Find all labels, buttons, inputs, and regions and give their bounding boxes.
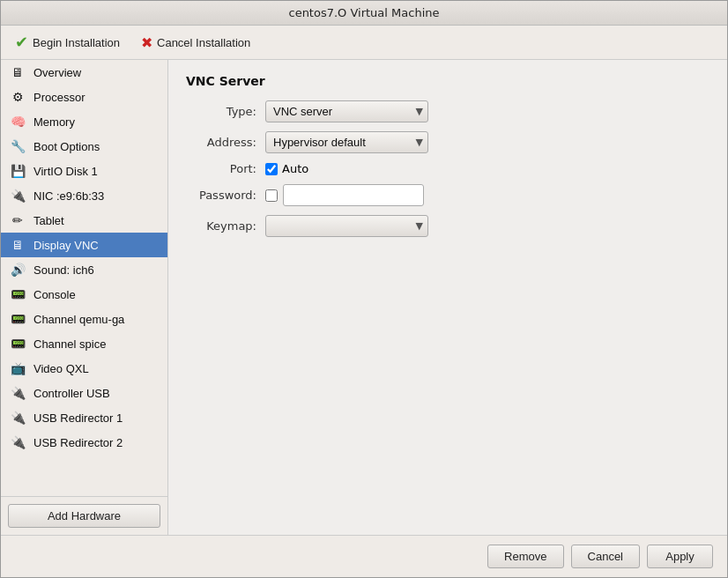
sidebar-icon-sound: 🔊 <box>8 262 27 278</box>
keymap-control: en-usdefrja ▼ <box>265 215 428 237</box>
toolbar: ✔ Begin Installation ✖ Cancel Installati… <box>1 26 727 60</box>
sidebar-icon-memory: 🧠 <box>8 114 27 130</box>
port-auto-checkbox[interactable] <box>265 163 278 175</box>
type-select-wrapper: VNC serverSpice server ▼ <box>265 100 428 122</box>
sidebar-label-overview: Overview <box>33 66 81 79</box>
begin-label: Begin Installation <box>33 36 120 49</box>
apply-button[interactable]: Apply <box>647 545 713 568</box>
sidebar-item-usb-redirector-1[interactable]: 🔌USB Redirector 1 <box>1 405 167 430</box>
sidebar-label-channel-spice: Channel spice <box>33 337 106 351</box>
sidebar-icon-console: 📟 <box>8 286 27 302</box>
sidebar-item-boot-options[interactable]: 🔧Boot Options <box>1 134 167 159</box>
password-row: Password: <box>186 184 709 206</box>
sidebar-item-console[interactable]: 📟Console <box>1 282 167 307</box>
sidebar-label-tablet: Tablet <box>33 214 64 227</box>
sidebar-icon-channel-spice: 📟 <box>8 336 27 352</box>
sidebar-item-display-vnc[interactable]: 🖥Display VNC <box>1 233 167 257</box>
sidebar-icon-overview: 🖥 <box>8 64 27 80</box>
port-control: Auto <box>265 162 308 175</box>
sidebar-item-processor[interactable]: ⚙Processor <box>1 85 167 109</box>
cancel-label: Cancel <box>588 550 623 563</box>
sidebar-label-channel-qemu: Channel qemu-ga <box>33 313 124 326</box>
remove-label: Remove <box>504 550 546 563</box>
sidebar-icon-virtio-disk: 💾 <box>8 163 27 179</box>
cancel-button[interactable]: Cancel <box>571 545 640 568</box>
sidebar: 🖥Overview⚙Processor🧠Memory🔧Boot Options💾… <box>1 60 168 535</box>
sidebar-icon-controller-usb: 🔌 <box>8 385 27 401</box>
port-row: Port: Auto <box>186 162 709 175</box>
type-row: Type: VNC serverSpice server ▼ <box>186 100 709 122</box>
sidebar-label-console: Console <box>33 288 76 301</box>
type-control: VNC serverSpice server ▼ <box>265 100 428 122</box>
sidebar-bottom: Add Hardware <box>1 496 167 535</box>
address-label: Address: <box>186 136 265 149</box>
sidebar-items: 🖥Overview⚙Processor🧠Memory🔧Boot Options💾… <box>1 60 167 455</box>
sidebar-icon-boot-options: 🔧 <box>8 138 27 154</box>
sidebar-item-tablet[interactable]: ✏Tablet <box>1 208 167 233</box>
keymap-label: Keymap: <box>186 219 265 233</box>
port-label: Port: <box>186 162 265 175</box>
password-checkbox[interactable] <box>265 189 278 202</box>
add-hardware-button[interactable]: Add Hardware <box>8 504 160 528</box>
sidebar-label-virtio-disk: VirtIO Disk 1 <box>33 165 98 178</box>
sidebar-item-channel-qemu[interactable]: 📟Channel qemu-ga <box>1 307 167 331</box>
sidebar-label-usb-redirector-2: USB Redirector 2 <box>33 436 123 449</box>
password-control <box>265 184 424 206</box>
type-label: Type: <box>186 105 265 118</box>
port-auto-label[interactable]: Auto <box>265 162 308 175</box>
sidebar-item-controller-usb[interactable]: 🔌Controller USB <box>1 381 167 405</box>
sidebar-icon-video-qxl: 📺 <box>8 360 27 376</box>
sidebar-label-display-vnc: Display VNC <box>33 239 99 252</box>
window-title: centos7.O Virtual Machine <box>288 6 439 19</box>
sidebar-icon-usb-redirector-2: 🔌 <box>8 434 27 450</box>
section-title: VNC Server <box>186 74 709 88</box>
main-window: centos7.O Virtual Machine ✔ Begin Instal… <box>0 0 728 578</box>
begin-icon: ✔ <box>15 33 28 52</box>
address-select[interactable]: Hypervisor defaultAll interfacesLocalhos… <box>265 131 428 153</box>
sidebar-item-usb-redirector-2[interactable]: 🔌USB Redirector 2 <box>1 430 167 455</box>
sidebar-label-sound: Sound: ich6 <box>33 263 94 277</box>
apply-label: Apply <box>665 550 695 563</box>
password-label: Password: <box>186 189 265 202</box>
address-control: Hypervisor defaultAll interfacesLocalhos… <box>265 131 428 153</box>
sidebar-item-overview[interactable]: 🖥Overview <box>1 60 167 85</box>
sidebar-item-video-qxl[interactable]: 📺Video QXL <box>1 356 167 381</box>
sidebar-icon-usb-redirector-1: 🔌 <box>8 410 27 426</box>
address-select-wrapper: Hypervisor defaultAll interfacesLocalhos… <box>265 131 428 153</box>
sidebar-item-memory[interactable]: 🧠Memory <box>1 109 167 134</box>
cancel-label: Cancel Installation <box>157 36 250 49</box>
port-auto-text: Auto <box>282 162 308 175</box>
sidebar-label-nic: NIC :e9:6b:33 <box>33 189 104 203</box>
title-bar: centos7.O Virtual Machine <box>1 1 727 26</box>
cancel-icon: ✖ <box>141 34 152 51</box>
address-row: Address: Hypervisor defaultAll interface… <box>186 131 709 153</box>
remove-button[interactable]: Remove <box>487 545 563 568</box>
sidebar-item-virtio-disk[interactable]: 💾VirtIO Disk 1 <box>1 159 167 183</box>
sidebar-label-boot-options: Boot Options <box>33 140 100 153</box>
keymap-select[interactable]: en-usdefrja <box>265 215 428 237</box>
keymap-select-wrapper: en-usdefrja ▼ <box>265 215 428 237</box>
sidebar-label-processor: Processor <box>33 91 85 104</box>
sidebar-label-video-qxl: Video QXL <box>33 362 89 375</box>
content-area: VNC Server Type: VNC serverSpice server … <box>168 60 727 535</box>
add-hardware-label: Add Hardware <box>48 509 121 522</box>
sidebar-item-sound[interactable]: 🔊Sound: ich6 <box>1 257 167 282</box>
password-input[interactable] <box>283 184 424 206</box>
sidebar-item-channel-spice[interactable]: 📟Channel spice <box>1 331 167 356</box>
type-select[interactable]: VNC serverSpice server <box>265 100 428 122</box>
sidebar-label-memory: Memory <box>33 115 75 129</box>
sidebar-icon-tablet: ✏ <box>8 212 27 228</box>
sidebar-icon-channel-qemu: 📟 <box>8 311 27 327</box>
begin-installation-button[interactable]: ✔ Begin Installation <box>11 31 123 54</box>
sidebar-label-usb-redirector-1: USB Redirector 1 <box>33 411 123 425</box>
main-area: 🖥Overview⚙Processor🧠Memory🔧Boot Options💾… <box>1 60 727 535</box>
sidebar-icon-processor: ⚙ <box>8 89 27 105</box>
keymap-row: Keymap: en-usdefrja ▼ <box>186 215 709 237</box>
footer: Remove Cancel Apply <box>1 535 727 577</box>
cancel-installation-button[interactable]: ✖ Cancel Installation <box>137 33 254 53</box>
sidebar-label-controller-usb: Controller USB <box>33 387 110 400</box>
sidebar-icon-display-vnc: 🖥 <box>8 237 27 253</box>
sidebar-icon-nic: 🔌 <box>8 188 27 204</box>
sidebar-item-nic[interactable]: 🔌NIC :e9:6b:33 <box>1 183 167 208</box>
